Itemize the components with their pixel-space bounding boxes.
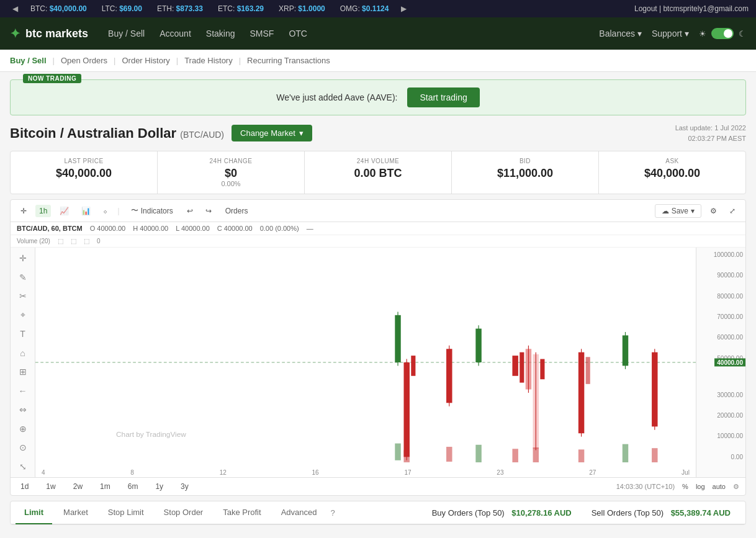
tab-advanced[interactable]: Advanced (272, 501, 326, 524)
range-2w[interactable]: 2w (70, 480, 86, 493)
chart-toolbar-right: ☁ Save ▾ ⚙ ⤢ (655, 204, 739, 218)
svg-text:Chart by TradingView: Chart by TradingView (116, 431, 187, 437)
main-nav: ✦ btc markets Buy / Sell Account Staking… (0, 17, 756, 50)
save-btn[interactable]: ☁ Save ▾ (655, 204, 701, 218)
toggle-thumb (724, 29, 732, 38)
subnav-open-orders[interactable]: Open Orders (55, 50, 114, 72)
stat-ask: ASK $40,000.00 (599, 151, 745, 194)
x-label-17: 17 (404, 469, 411, 476)
change-market-button[interactable]: Change Market ▾ (232, 125, 312, 141)
range-1m[interactable]: 1m (96, 480, 114, 493)
settings-btn[interactable]: ⚙ (706, 205, 721, 217)
redo-btn[interactable]: ↪ (202, 205, 215, 217)
undo-btn[interactable]: ↩ (183, 205, 197, 217)
chevron-down-icon: ▾ (685, 29, 689, 38)
balances-btn[interactable]: Balances ▾ (599, 29, 642, 38)
logo-text: btc markets (25, 27, 88, 40)
indicators-btn[interactable]: 〜 Indicators (126, 204, 178, 218)
log-opt[interactable]: log (696, 483, 705, 490)
tab-limit[interactable]: Limit (16, 501, 52, 524)
subnav-recurring[interactable]: Recurring Transactions (241, 50, 336, 72)
ticker-prev[interactable]: ◀ (7, 4, 23, 13)
sell-orders-title: Sell Orders (Top 50) (592, 508, 664, 518)
tab-stop-order[interactable]: Stop Order (155, 501, 212, 524)
expand-tool[interactable]: ⤡ (16, 460, 30, 474)
ticker-ltc: LTC: $69.00 (94, 4, 150, 13)
moon-icon[interactable]: ☾ (739, 29, 746, 38)
help-icon[interactable]: ? (330, 508, 335, 518)
chart-main[interactable]: Chart by TradingView 4 8 12 16 17 23 27 … (35, 248, 696, 477)
fullscreen-btn[interactable]: ⤢ (726, 205, 739, 217)
tab-stop-limit[interactable]: Stop Limit (99, 501, 153, 524)
y-90000: 90000.00 (717, 272, 743, 279)
nav-staking[interactable]: Staking (206, 26, 235, 41)
brush-tool[interactable]: ⌖ (16, 308, 30, 323)
timeframe-1h[interactable]: 1h (35, 205, 51, 217)
bar-chart-btn[interactable]: ⬦ (99, 205, 111, 217)
nav-buy-sell[interactable]: Buy / Sell (108, 26, 145, 41)
range-1d[interactable]: 1d (17, 480, 32, 493)
svg-rect-10 (512, 356, 518, 376)
candle-chart-btn[interactable]: 📊 (78, 205, 94, 217)
y-20000: 20000.00 (717, 412, 743, 419)
subnav-trade-history[interactable]: Trade History (178, 50, 239, 72)
logo-icon: ✦ (10, 26, 20, 41)
line-chart-btn[interactable]: 📈 (56, 205, 73, 217)
sell-orders-total: $55,389.74 AUD (671, 508, 731, 518)
nav-links: Buy / Sell Account Staking SMSF OTC (108, 26, 307, 41)
pin-tool[interactable]: ⊙ (16, 441, 30, 455)
svg-rect-5 (411, 356, 415, 376)
stat-24h-change: 24H CHANGE $0 0.00% (158, 151, 305, 194)
ticker-btc: BTC: $40,000.00 (23, 4, 94, 13)
orders-btn[interactable]: Orders (220, 205, 253, 217)
chart-settings-icon[interactable]: ⚙ (733, 483, 739, 491)
back-tool[interactable]: ← (16, 384, 30, 398)
chart-volume-row: Volume (20) ⬚⬚⬚ 0 (11, 235, 745, 248)
svg-rect-27 (475, 445, 481, 462)
node-tool[interactable]: ⌂ (16, 346, 30, 361)
start-trading-button[interactable]: Start trading (407, 87, 479, 107)
chart-low: L 40000.00 (176, 225, 210, 232)
scissors-tool[interactable]: ✂ (16, 289, 30, 303)
chart-left-tools: ✛ ✎ ✂ ⌖ T ⌂ ⊞ ← ⇔ ⊕ ⊙ ⤡ (11, 248, 35, 477)
subnav-buy-sell[interactable]: Buy / Sell (10, 50, 53, 72)
x-label-27: 27 (589, 469, 596, 476)
nav-account[interactable]: Account (160, 26, 191, 41)
y-axis-labels: 100000.00 90000.00 80000.00 70000.00 600… (696, 248, 745, 477)
crosshair-tool[interactable]: ✛ (17, 205, 30, 217)
ticker-xrp: XRP: $1.0000 (271, 4, 333, 13)
ticker-next[interactable]: ▶ (396, 4, 412, 13)
pen-tool[interactable]: ✎ (16, 271, 30, 285)
pct-opt[interactable]: % (682, 483, 688, 490)
crosshair-tool[interactable]: ✛ (16, 251, 30, 266)
range-1y[interactable]: 1y (151, 480, 167, 493)
svg-rect-25 (403, 450, 409, 462)
sun-icon[interactable]: ☀ (699, 29, 706, 38)
theme-icons: ☀ ☾ (699, 28, 746, 39)
nav-smsf[interactable]: SMSF (250, 26, 274, 41)
chart-svg: Chart by TradingView (35, 248, 696, 477)
nav-otc[interactable]: OTC (289, 26, 307, 41)
tab-market[interactable]: Market (55, 501, 97, 524)
range-3y[interactable]: 3y (177, 480, 192, 493)
support-btn[interactable]: Support ▾ (652, 29, 689, 38)
range-6m[interactable]: 6m (124, 480, 142, 493)
y-80000: 80000.00 (717, 292, 743, 299)
chart-high: H 40000.00 (133, 225, 168, 232)
chart-close: C 40000.00 (217, 225, 253, 232)
filter-tool[interactable]: ⊞ (16, 365, 30, 379)
tab-take-profit[interactable]: Take Profit (214, 501, 269, 524)
chart-open: O 40000.00 (90, 225, 126, 232)
svg-rect-11 (520, 352, 524, 383)
measure-tool[interactable]: ⇔ (16, 403, 30, 417)
text-tool[interactable]: T (16, 327, 30, 341)
svg-rect-19 (586, 357, 590, 384)
range-1w[interactable]: 1w (42, 480, 59, 493)
subnav-order-history[interactable]: Order History (115, 50, 176, 72)
x-label-16: 16 (312, 469, 319, 476)
auto-opt[interactable]: auto (713, 483, 726, 490)
zoom-tool[interactable]: ⊕ (16, 422, 30, 436)
chevron-down-icon: ▾ (299, 128, 304, 138)
stat-24h-volume: 24H VOLUME 0.00 BTC (305, 151, 452, 194)
theme-toggle[interactable] (711, 28, 734, 39)
